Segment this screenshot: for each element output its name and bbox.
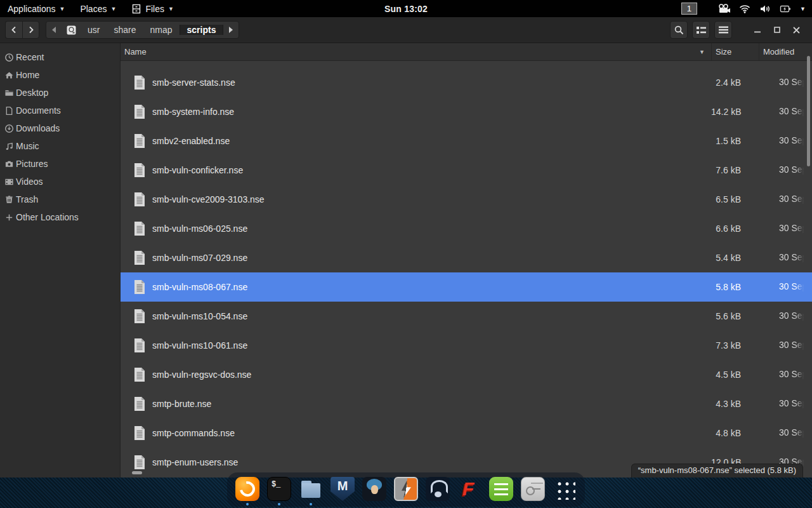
dock-item-settings[interactable] xyxy=(521,477,545,501)
file-name: smb-vuln-conficker.nse xyxy=(152,165,243,175)
table-row[interactable]: smb-vuln-ms10-054.nse 5.6 kB 30 Sep xyxy=(121,302,812,331)
settings-icon xyxy=(521,477,545,501)
dock xyxy=(227,472,585,507)
filesystem-root-button[interactable] xyxy=(62,22,81,38)
view-toggle-button[interactable] xyxy=(692,21,710,39)
table-row[interactable]: smb-vuln-conficker.nse 7.6 kB 30 Sep xyxy=(121,156,812,185)
battery-icon xyxy=(780,4,791,13)
dock-item-firefox[interactable] xyxy=(235,477,259,501)
sidebar-item-other-locations[interactable]: Other Locations xyxy=(0,208,120,226)
dock-item-beef[interactable] xyxy=(426,477,450,501)
file-size: 2.4 kB xyxy=(711,77,759,88)
file-size: 7.6 kB xyxy=(711,165,759,175)
table-row[interactable]: smb-vuln-cve2009-3103.nse 6.5 kB 30 Sep xyxy=(121,185,812,214)
chevron-down-icon: ▼ xyxy=(60,6,65,12)
sidebar-item-pictures[interactable]: Pictures xyxy=(0,155,120,173)
dock-item-armitage[interactable] xyxy=(362,477,386,501)
workspace-indicator[interactable]: 1 xyxy=(681,3,697,15)
home-icon xyxy=(4,70,15,80)
clock[interactable]: Sun 13:02 xyxy=(384,4,428,14)
firefox-icon xyxy=(235,477,259,501)
beef-icon xyxy=(426,477,450,501)
documents-icon xyxy=(4,105,15,116)
path-scroll-right-button[interactable] xyxy=(223,22,239,38)
places-menu[interactable]: Places ▼ xyxy=(72,0,124,17)
breadcrumb-nmap[interactable]: nmap xyxy=(143,25,179,35)
file-size: 5.8 kB xyxy=(711,282,759,292)
horizontal-scrollbar[interactable] xyxy=(132,471,142,474)
sidebar-item-label: Music xyxy=(16,141,39,151)
sidebar-item-videos[interactable]: Videos xyxy=(0,173,120,190)
screen-recorder-icon xyxy=(717,4,730,14)
dock-item-burpsuite[interactable] xyxy=(394,477,418,501)
applications-menu[interactable]: Applications ▼ xyxy=(0,0,72,17)
document-icon xyxy=(131,308,148,324)
breadcrumb-share[interactable]: share xyxy=(107,25,143,35)
file-list-pane: Name ▼ Size Modified smb-server-stats.ns… xyxy=(121,43,812,478)
table-row[interactable]: smb-vuln-regsvc-dos.nse 4.5 kB 30 Sep xyxy=(121,360,812,389)
file-size: 1.5 kB xyxy=(711,136,759,146)
text-editor-icon xyxy=(489,477,513,501)
volume-icon xyxy=(759,4,771,13)
sidebar-item-documents[interactable]: Documents xyxy=(0,102,120,119)
path-scroll-left-button[interactable] xyxy=(46,22,62,38)
column-header-size[interactable]: Size xyxy=(711,43,759,60)
dock-item-show-applications[interactable] xyxy=(553,477,577,501)
menu-button[interactable] xyxy=(714,21,732,39)
document-icon xyxy=(131,250,148,266)
breadcrumb-usr[interactable]: usr xyxy=(81,25,107,35)
column-header-name[interactable]: Name ▼ xyxy=(121,43,711,60)
table-row[interactable]: smb-vuln-ms06-025.nse 6.6 kB 30 Sep xyxy=(121,214,812,243)
back-button[interactable] xyxy=(5,21,22,39)
document-icon xyxy=(131,454,148,471)
table-row[interactable]: smb-system-info.nse 14.2 kB 30 Sep xyxy=(121,97,812,126)
sidebar: Recent Home Desktop Documents Downloads … xyxy=(0,43,121,478)
breadcrumb-scripts[interactable]: scripts xyxy=(180,25,224,35)
sort-descending-icon: ▼ xyxy=(699,49,705,55)
file-size: 14.2 kB xyxy=(711,107,759,117)
dock-item-terminal[interactable] xyxy=(267,477,291,501)
table-row[interactable]: smbv2-enabled.nse 1.5 kB 30 Sep xyxy=(121,126,812,156)
table-row[interactable]: smb-vuln-ms10-061.nse 7.3 kB 30 Sep xyxy=(121,331,812,360)
table-row[interactable]: smb-vuln-ms07-029.nse 5.4 kB 30 Sep xyxy=(121,243,812,272)
column-header-modified[interactable]: Modified xyxy=(759,43,812,60)
wifi-icon xyxy=(739,4,750,13)
sidebar-item-downloads[interactable]: Downloads xyxy=(0,119,120,137)
dock-item-metasploit[interactable] xyxy=(331,477,355,501)
search-button[interactable] xyxy=(670,21,688,39)
sidebar-item-music[interactable]: Music xyxy=(0,137,120,155)
chevron-down-icon: ▼ xyxy=(800,6,806,12)
minimize-button[interactable] xyxy=(750,23,764,37)
places-menu-label: Places xyxy=(80,4,107,14)
vertical-scrollbar[interactable] xyxy=(807,56,810,166)
dock-item-files[interactable] xyxy=(299,477,323,501)
close-button[interactable] xyxy=(790,23,803,37)
forward-button[interactable] xyxy=(22,21,39,39)
files-app-icon xyxy=(131,4,141,14)
sidebar-item-trash[interactable]: Trash xyxy=(0,190,120,208)
sidebar-item-home[interactable]: Home xyxy=(0,66,120,84)
maximize-button[interactable] xyxy=(770,23,783,37)
sidebar-item-recent[interactable]: Recent xyxy=(0,48,120,66)
files-menu[interactable]: Files ▼ xyxy=(124,0,181,17)
faraday-icon xyxy=(457,477,481,501)
dock-item-text-editor[interactable] xyxy=(489,477,513,501)
file-size: 5.6 kB xyxy=(711,311,759,321)
table-row[interactable]: smb-server-stats.nse 2.4 kB 30 Sep xyxy=(121,68,812,97)
table-row-selected[interactable]: smb-vuln-ms08-067.nse 5.8 kB 30 Sep xyxy=(121,272,812,302)
dock-item-faraday[interactable] xyxy=(457,477,481,501)
file-modified: 30 Sep xyxy=(779,252,804,262)
document-icon xyxy=(131,396,148,412)
sidebar-item-label: Trash xyxy=(16,194,38,204)
file-modified: 30 Sep xyxy=(779,106,804,116)
file-modified: 30 Sep xyxy=(779,164,804,175)
system-status-area[interactable]: 1 xyxy=(681,0,812,17)
column-headers: Name ▼ Size Modified xyxy=(121,43,812,61)
sidebar-item-desktop[interactable]: Desktop xyxy=(0,84,120,102)
sidebar-item-label: Home xyxy=(16,70,39,80)
file-modified: 30 Sep xyxy=(779,77,804,87)
document-icon xyxy=(131,162,148,178)
table-row[interactable]: smtp-commands.nse 4.8 kB 30 Sep xyxy=(121,418,812,448)
table-row[interactable]: smtp-brute.nse 4.3 kB 30 Sep xyxy=(121,389,812,418)
terminal-icon xyxy=(267,477,291,501)
